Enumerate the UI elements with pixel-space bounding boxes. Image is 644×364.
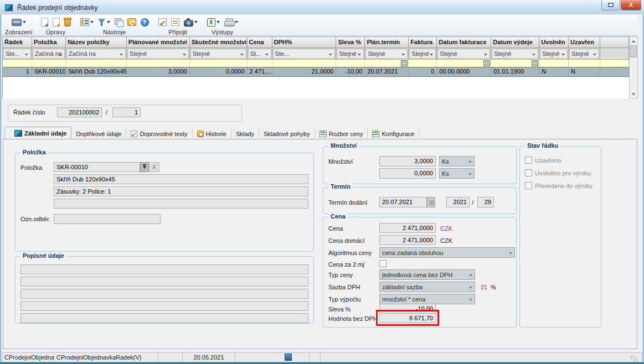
view-grid-button[interactable] [11, 18, 27, 27]
selected-order-line-row[interactable]: 1SKR-00010Skříň Dub 120x90x453,00000,000… [3, 67, 629, 77]
polozka-name-field[interactable]: Skříň Dub 120x90x45 [54, 174, 308, 184]
quickfilter-input[interactable] [127, 60, 190, 67]
vat-rate-select[interactable]: základní sazba [379, 282, 475, 292]
camera-button[interactable] [183, 18, 199, 27]
quantity-actual-field[interactable]: 0,0000 [379, 168, 436, 179]
filter-cell[interactable]: Stejné [409, 48, 437, 60]
filter-button[interactable] [97, 18, 111, 27]
list-button[interactable] [170, 18, 181, 27]
quickfilter-input[interactable] [539, 60, 569, 67]
date-picker-button[interactable] [532, 60, 538, 66]
column-header[interactable]: Uzavřen [569, 37, 600, 48]
price-type-select[interactable]: jednotková cena bez DPH [379, 269, 475, 280]
resize-grip[interactable] [631, 356, 637, 362]
grid-vertical-scrollbar[interactable] [629, 37, 638, 98]
column-header[interactable]: Řádek [3, 37, 32, 48]
discount-field[interactable]: -10,00 [379, 304, 436, 314]
popisne-field-3[interactable] [20, 289, 308, 299]
checkbox-uzav-eno[interactable] [525, 157, 532, 164]
column-header[interactable]: Sleva % [336, 37, 365, 48]
quantity-planned-field[interactable]: 3,0000 [379, 156, 436, 167]
tab-konfigurace[interactable]: Konfigurace [368, 128, 419, 139]
popisne-field-1[interactable] [20, 264, 308, 274]
popisne-field-4[interactable] [20, 301, 308, 311]
structure-button[interactable] [79, 18, 95, 27]
restore-button[interactable] [601, 0, 620, 11]
doc-new-button[interactable] [40, 17, 49, 27]
year-field[interactable]: 2021 [446, 197, 470, 207]
quickfilter-input[interactable] [32, 60, 66, 67]
column-header[interactable]: Cena [248, 37, 272, 48]
price-field[interactable]: 2 471,0000 [379, 223, 436, 233]
note-edit-button[interactable] [157, 18, 168, 27]
filter-operator-select[interactable]: Ste... [273, 49, 336, 59]
filter-cell[interactable]: St... [248, 48, 272, 60]
column-header[interactable]: Plánované množství [127, 37, 190, 48]
popisne-field-5[interactable] [20, 313, 308, 323]
copy-button[interactable] [114, 18, 124, 27]
delivery-date-field[interactable]: 20.07.2021 [379, 197, 427, 207]
filter-operator-select[interactable]: Stejné [365, 49, 408, 59]
quickfilter-input[interactable] [3, 60, 32, 67]
row-number-field[interactable]: 202100002 [57, 107, 102, 117]
ozn-odber-field[interactable] [54, 214, 161, 224]
tab-dopl-kov-daje[interactable]: Doplňkové údaje [71, 128, 126, 139]
popisne-field-2[interactable] [20, 277, 308, 287]
filter-operator-select[interactable]: Začíná na [33, 49, 65, 59]
filter-cell[interactable]: Začíná na [32, 48, 66, 60]
price-domestic-field[interactable]: 2 471,0000 [379, 235, 436, 245]
unit2-select[interactable]: Ks [439, 168, 475, 179]
column-header[interactable]: Položka [32, 37, 66, 48]
filter-operator-select[interactable]: Stejné [437, 49, 490, 59]
date-picker-button[interactable] [483, 60, 490, 66]
titlebar[interactable]: Řádek prodejní objednávky [0, 0, 644, 15]
tab-doprovodn-texty[interactable]: Doprovodné texty [126, 128, 192, 139]
filter-cell[interactable]: Stejné [190, 48, 248, 60]
quickfilter-input[interactable] [409, 60, 437, 67]
column-header[interactable]: Název položky [66, 37, 127, 48]
help-button[interactable] [140, 18, 150, 27]
polozka-dropdown-button[interactable] [140, 162, 149, 172]
price-per-2nd-unit-checkbox[interactable] [379, 260, 387, 267]
week-field[interactable]: 29 [477, 197, 494, 207]
checkbox-uvoln-no-pro-v-robu[interactable] [525, 169, 532, 176]
net-value-field[interactable]: 6 671,70 [379, 313, 436, 323]
printer-button[interactable] [223, 18, 239, 27]
filter-cell[interactable]: Stejné [365, 48, 409, 60]
quickfilter-input[interactable] [491, 60, 539, 67]
scroll-up-button[interactable] [630, 37, 637, 45]
filter-cell[interactable]: Ste... [272, 48, 337, 60]
column-header[interactable]: Plán.termín [365, 37, 409, 48]
filter-operator-select[interactable]: Stejné [127, 49, 189, 59]
filter-operator-select[interactable]: Stejné [337, 49, 364, 59]
column-header[interactable]: Faktura [409, 37, 437, 48]
filter-operator-select[interactable]: Stejné [190, 49, 246, 59]
filter-operator-select[interactable]: Stejné [540, 49, 568, 59]
date-picker-button[interactable] [401, 60, 408, 66]
scroll-down-button[interactable] [630, 90, 637, 98]
quickfilter-input[interactable] [66, 60, 127, 67]
filter-operator-select[interactable]: Ste... [3, 49, 31, 59]
unit1-select[interactable]: Ks [439, 156, 475, 167]
filter-operator-select[interactable]: Stejné [569, 49, 599, 59]
quickfilter-input[interactable] [336, 60, 365, 67]
filter-cell[interactable]: Stejné [491, 48, 539, 60]
column-header[interactable]: Uvolněn [539, 37, 569, 48]
filter-cell[interactable]: Začíná na [66, 48, 127, 60]
calendar-button[interactable] [427, 197, 435, 207]
row-index-field[interactable]: 1 [112, 107, 141, 117]
quickfilter-input[interactable] [248, 60, 272, 67]
quickfilter-input[interactable] [569, 60, 600, 67]
doc-edit-button[interactable] [51, 17, 61, 27]
column-header[interactable]: Datum fakturace [437, 37, 491, 48]
quickfilter-input[interactable] [437, 60, 491, 67]
filter-cell[interactable]: Stejné [336, 48, 365, 60]
calc-type-select[interactable]: množství * cena [379, 294, 475, 304]
filter-cell[interactable]: Stejné [569, 48, 600, 60]
scrollbar-thumb[interactable] [630, 45, 637, 58]
status-detail-icon[interactable] [285, 353, 292, 361]
filter-cell[interactable]: Stejné [127, 48, 190, 60]
column-header[interactable]: Skutečné množství [190, 37, 248, 48]
price-algorithm-select[interactable]: cena zadaná obsluhou [379, 247, 515, 258]
quickfilter-input[interactable] [190, 60, 248, 67]
